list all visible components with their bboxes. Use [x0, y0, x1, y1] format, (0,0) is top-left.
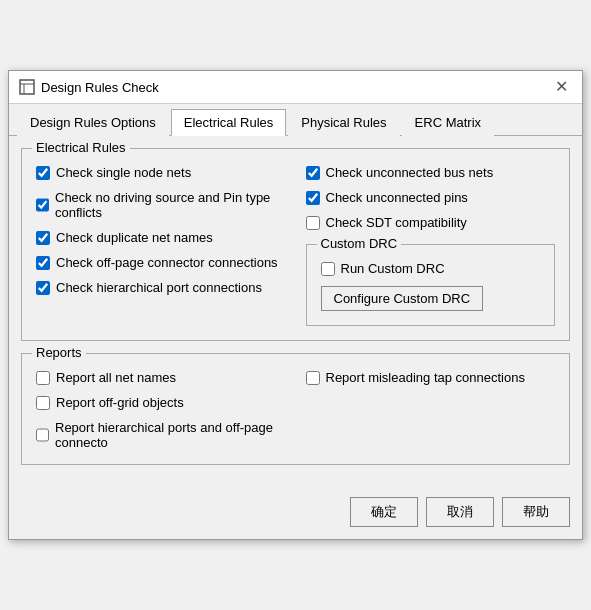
- check-unconnected-pins-row: Check unconnected pins: [306, 190, 556, 205]
- check-sdt-row: Check SDT compatibility: [306, 215, 556, 230]
- custom-drc-group: Custom DRC Run Custom DRC Configure Cust…: [306, 244, 556, 326]
- check-unconnected-bus-checkbox[interactable]: [306, 166, 320, 180]
- check-no-driving-label[interactable]: Check no driving source and Pin type con…: [55, 190, 286, 220]
- report-hierarchical-row: Report hierarchical ports and off-page c…: [36, 420, 286, 450]
- electrical-rules-left-col: Check single node nets Check no driving …: [36, 165, 286, 326]
- app-icon: [19, 79, 35, 95]
- check-unconnected-bus-label[interactable]: Check unconnected bus nets: [326, 165, 494, 180]
- check-duplicate-net-label[interactable]: Check duplicate net names: [56, 230, 213, 245]
- check-single-node-label[interactable]: Check single node nets: [56, 165, 191, 180]
- custom-drc-inner: Run Custom DRC Configure Custom DRC: [321, 255, 541, 311]
- tab-content: Electrical Rules Check single node nets …: [9, 136, 582, 489]
- footer: 确定 取消 帮助: [9, 489, 582, 539]
- check-sdt-label[interactable]: Check SDT compatibility: [326, 215, 467, 230]
- run-custom-drc-row: Run Custom DRC: [321, 261, 541, 276]
- configure-custom-drc-button[interactable]: Configure Custom DRC: [321, 286, 484, 311]
- report-all-net-checkbox[interactable]: [36, 371, 50, 385]
- check-offpage-connector-checkbox[interactable]: [36, 256, 50, 270]
- check-unconnected-pins-label[interactable]: Check unconnected pins: [326, 190, 468, 205]
- check-hierarchical-port-checkbox[interactable]: [36, 281, 50, 295]
- reports-left-col: Report all net names Report off-grid obj…: [36, 370, 286, 450]
- svg-rect-0: [20, 80, 34, 94]
- tab-erc-matrix[interactable]: ERC Matrix: [402, 109, 494, 136]
- cancel-button[interactable]: 取消: [426, 497, 494, 527]
- check-unconnected-bus-row: Check unconnected bus nets: [306, 165, 556, 180]
- title-bar: Design Rules Check ✕: [9, 71, 582, 104]
- check-hierarchical-port-label[interactable]: Check hierarchical port connections: [56, 280, 262, 295]
- run-custom-drc-checkbox[interactable]: [321, 262, 335, 276]
- main-window: Design Rules Check ✕ Design Rules Option…: [8, 70, 583, 540]
- check-no-driving-checkbox[interactable]: [36, 198, 49, 212]
- check-single-node-checkbox[interactable]: [36, 166, 50, 180]
- check-unconnected-pins-checkbox[interactable]: [306, 191, 320, 205]
- tab-bar: Design Rules Options Electrical Rules Ph…: [9, 104, 582, 136]
- reports-label: Reports: [32, 345, 86, 360]
- report-misleading-row: Report misleading tap connections: [306, 370, 556, 385]
- check-hierarchical-port-row: Check hierarchical port connections: [36, 280, 286, 295]
- check-sdt-checkbox[interactable]: [306, 216, 320, 230]
- report-misleading-label[interactable]: Report misleading tap connections: [326, 370, 525, 385]
- electrical-rules-group: Electrical Rules Check single node nets …: [21, 148, 570, 341]
- help-button[interactable]: 帮助: [502, 497, 570, 527]
- report-offgrid-row: Report off-grid objects: [36, 395, 286, 410]
- close-button[interactable]: ✕: [551, 79, 572, 95]
- report-all-net-label[interactable]: Report all net names: [56, 370, 176, 385]
- reports-group: Reports Report all net names Report off-…: [21, 353, 570, 465]
- electrical-rules-inner: Check single node nets Check no driving …: [36, 159, 555, 326]
- electrical-rules-label: Electrical Rules: [32, 140, 130, 155]
- report-hierarchical-checkbox[interactable]: [36, 428, 49, 442]
- tab-physical-rules[interactable]: Physical Rules: [288, 109, 399, 136]
- run-custom-drc-label[interactable]: Run Custom DRC: [341, 261, 445, 276]
- tab-design-rules-options[interactable]: Design Rules Options: [17, 109, 169, 136]
- electrical-rules-right-col: Check unconnected bus nets Check unconne…: [306, 165, 556, 326]
- right-col-top: Check unconnected bus nets Check unconne…: [306, 165, 556, 230]
- reports-inner: Report all net names Report off-grid obj…: [36, 364, 555, 450]
- tab-electrical-rules[interactable]: Electrical Rules: [171, 109, 287, 136]
- custom-drc-label: Custom DRC: [317, 236, 402, 251]
- report-offgrid-checkbox[interactable]: [36, 396, 50, 410]
- window-title: Design Rules Check: [41, 80, 159, 95]
- check-duplicate-net-row: Check duplicate net names: [36, 230, 286, 245]
- reports-right-col: Report misleading tap connections: [306, 370, 556, 450]
- check-duplicate-net-checkbox[interactable]: [36, 231, 50, 245]
- report-all-net-row: Report all net names: [36, 370, 286, 385]
- report-hierarchical-label[interactable]: Report hierarchical ports and off-page c…: [55, 420, 286, 450]
- check-offpage-connector-row: Check off-page connector connections: [36, 255, 286, 270]
- report-offgrid-label[interactable]: Report off-grid objects: [56, 395, 184, 410]
- report-misleading-checkbox[interactable]: [306, 371, 320, 385]
- title-bar-left: Design Rules Check: [19, 79, 159, 95]
- check-offpage-connector-label[interactable]: Check off-page connector connections: [56, 255, 278, 270]
- confirm-button[interactable]: 确定: [350, 497, 418, 527]
- check-no-driving-row: Check no driving source and Pin type con…: [36, 190, 286, 220]
- reports-cols: Report all net names Report off-grid obj…: [36, 370, 555, 450]
- check-single-node-row: Check single node nets: [36, 165, 286, 180]
